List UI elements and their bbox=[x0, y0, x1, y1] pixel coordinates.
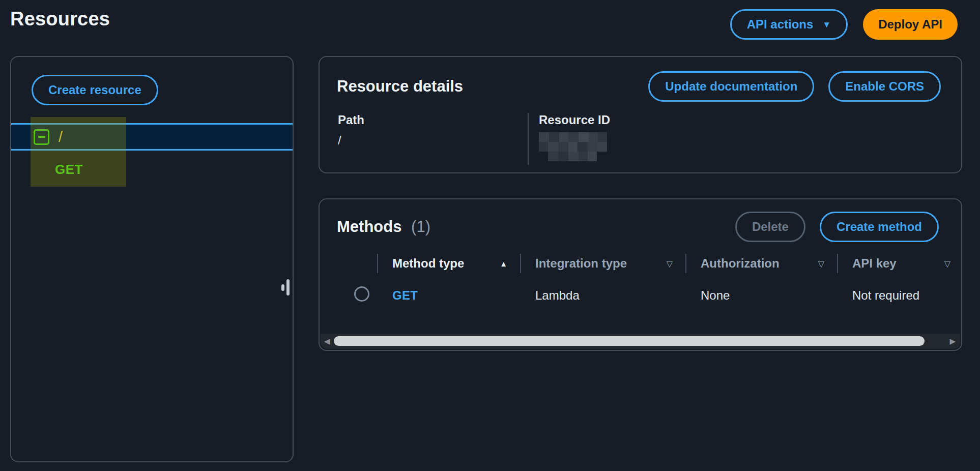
resource-details-header: Resource details Update documentation En… bbox=[320, 57, 961, 102]
page-title: Resources bbox=[10, 8, 110, 30]
caret-down-icon: ▼ bbox=[822, 20, 831, 30]
tree-item-get-label: GET bbox=[55, 162, 83, 178]
create-method-button[interactable]: Create method bbox=[820, 212, 939, 242]
create-resource-button[interactable]: Create resource bbox=[32, 75, 158, 105]
sort-ascending-icon[interactable]: ▲ bbox=[500, 259, 507, 268]
enable-cors-button[interactable]: Enable CORS bbox=[828, 71, 941, 102]
api-key-cell: Not required bbox=[837, 277, 962, 314]
methods-table: Method type ▲ Integration type ▽ Authori… bbox=[320, 250, 962, 314]
path-label: Path bbox=[338, 113, 528, 127]
column-header-method-type[interactable]: Method type ▲ bbox=[377, 250, 520, 277]
methods-count-badge: (1) bbox=[411, 218, 430, 236]
delete-button[interactable]: Delete bbox=[735, 212, 805, 242]
resource-id-field: Resource ID bbox=[528, 113, 961, 165]
method-table-row: GET Lambda None Not required bbox=[320, 277, 962, 314]
update-documentation-button[interactable]: Update documentation bbox=[648, 71, 814, 102]
method-type-header-label: Method type bbox=[392, 256, 464, 271]
row-radio-button[interactable] bbox=[354, 286, 369, 302]
methods-title: Methods (1) bbox=[337, 218, 430, 236]
selection-column-header bbox=[320, 250, 377, 277]
resize-handle-short-bar bbox=[281, 284, 284, 291]
column-header-authorization[interactable]: Authorization ▽ bbox=[685, 250, 837, 277]
methods-header: Methods (1) Delete Create method bbox=[320, 199, 961, 242]
panel-resize-handle[interactable] bbox=[280, 279, 290, 296]
collapse-toggle-icon[interactable] bbox=[34, 129, 49, 145]
path-value: / bbox=[338, 133, 528, 148]
api-actions-button[interactable]: API actions ▼ bbox=[730, 9, 848, 40]
resource-id-label: Resource ID bbox=[539, 113, 961, 127]
authorization-header-label: Authorization bbox=[701, 256, 780, 271]
sort-icon[interactable]: ▽ bbox=[818, 259, 824, 269]
api-actions-label: API actions bbox=[747, 17, 814, 32]
top-action-bar: API actions ▼ Deploy API bbox=[730, 9, 958, 40]
row-select-cell bbox=[320, 277, 377, 314]
column-header-integration-type[interactable]: Integration type ▽ bbox=[520, 250, 685, 277]
deploy-api-button[interactable]: Deploy API bbox=[863, 9, 958, 40]
tree-item-get-method[interactable]: GET bbox=[11, 151, 293, 188]
resource-details-title: Resource details bbox=[337, 77, 463, 96]
resource-details-panel: Resource details Update documentation En… bbox=[319, 56, 962, 173]
integration-type-cell: Lambda bbox=[520, 277, 685, 314]
horizontal-scrollbar[interactable]: ◀ ▶ bbox=[321, 334, 960, 349]
methods-title-text: Methods bbox=[337, 218, 401, 236]
method-type-cell: GET bbox=[377, 277, 520, 314]
resources-tree-panel: Create resource / GET bbox=[10, 56, 294, 462]
scroll-left-icon[interactable]: ◀ bbox=[324, 334, 330, 349]
scroll-right-icon[interactable]: ▶ bbox=[949, 334, 956, 349]
method-get-link[interactable]: GET bbox=[392, 288, 418, 302]
resize-handle-tall-bar bbox=[286, 279, 290, 296]
methods-table-header-row: Method type ▲ Integration type ▽ Authori… bbox=[320, 250, 962, 277]
resource-details-content: Path / Resource ID bbox=[320, 113, 961, 165]
integration-type-header-label: Integration type bbox=[535, 256, 627, 271]
api-key-header-label: API key bbox=[852, 256, 897, 271]
authorization-cell: None bbox=[685, 277, 837, 314]
tree-item-root-label: / bbox=[59, 129, 63, 145]
column-header-api-key[interactable]: API key ▽ bbox=[837, 250, 962, 277]
sort-icon[interactable]: ▽ bbox=[944, 259, 950, 269]
methods-panel: Methods (1) Delete Create method Method … bbox=[319, 198, 962, 351]
tree-item-root[interactable]: / bbox=[11, 123, 293, 151]
path-field: Path / bbox=[320, 113, 528, 165]
resource-id-redacted-value bbox=[539, 132, 607, 161]
scrollbar-thumb[interactable] bbox=[334, 336, 925, 346]
sort-icon[interactable]: ▽ bbox=[667, 259, 673, 269]
